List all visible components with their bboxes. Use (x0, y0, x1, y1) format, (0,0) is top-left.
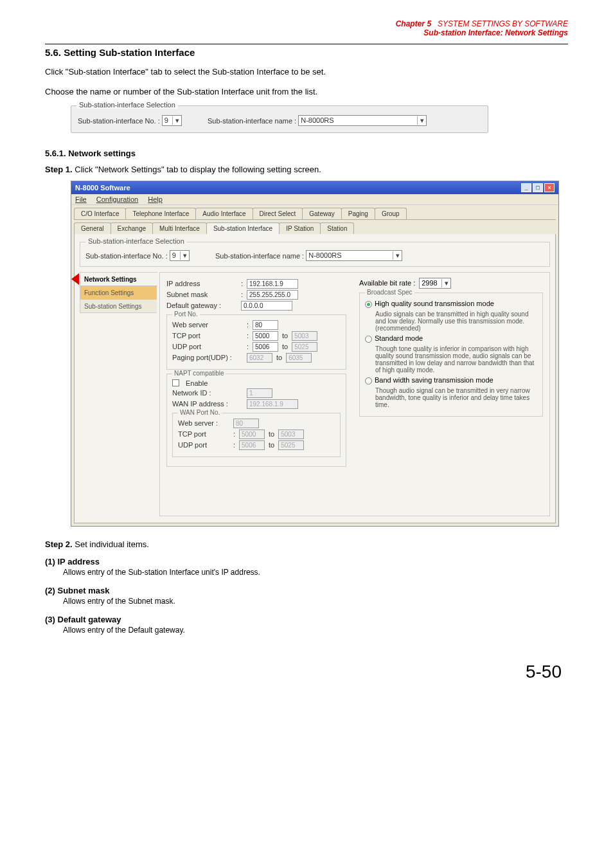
to-label: to (269, 441, 274, 449)
wanip-input: 192.168.1.9 (247, 399, 298, 409)
item-1-head: (1) IP address (45, 557, 568, 566)
chevron-down-icon: ▾ (180, 251, 187, 260)
port-legend: Port No. (172, 311, 200, 318)
step-2-label: Step 2. (45, 539, 73, 549)
header-title-2: Sub-station Interface: Network Settings (423, 28, 568, 37)
r1-desc: Audio signals can be transmitted in high… (375, 311, 537, 332)
subsection-title: 5.6.1. Network settings (45, 149, 568, 158)
gw-label: Default gateway : (166, 302, 237, 309)
tab-telephone[interactable]: Telephone Interface (125, 208, 196, 219)
ip-input[interactable]: 192.168.1.9 (247, 279, 298, 289)
menu-config[interactable]: Configuration (96, 195, 138, 203)
inner-name-value: N-8000RS (308, 251, 389, 259)
mask-label: Subnet mask (166, 291, 237, 298)
tab-group[interactable]: Group (375, 208, 407, 219)
inner-name-label: Sub-station-interface name : (215, 251, 304, 259)
tab-audio[interactable]: Audio Interface (195, 208, 253, 219)
napt-legend: NAPT compatible (172, 370, 226, 377)
minimize-button[interactable]: _ (521, 183, 531, 192)
inner-name-combobox[interactable]: N-8000RS ▾ (306, 250, 402, 261)
close-button[interactable]: × (544, 183, 555, 192)
udp-from-input[interactable]: 5006 (253, 342, 278, 352)
side-tab-network[interactable]: Network Settings (80, 272, 157, 286)
radio-standard[interactable] (365, 336, 372, 343)
w-udp-from-input: 5006 (239, 440, 265, 450)
chevron-down-icon: ▾ (417, 116, 424, 125)
mask-input[interactable]: 255.255.255.0 (247, 290, 298, 300)
r2-label: Standard mode (375, 334, 423, 343)
substation-selection-box: Sub-station-interface Selection Sub-stat… (71, 105, 488, 133)
tcp-from-input[interactable]: 5000 (253, 331, 278, 341)
side-content: IP address: 192.168.1.9 Subnet mask: 255… (159, 272, 550, 516)
titlebar: N-8000 Software _ □ × (71, 181, 558, 194)
avail-value: 2998 (422, 279, 437, 287)
tab-content-panel: Sub-station-interface Selection Sub-stat… (74, 234, 556, 523)
wanport-group: WAN Port No. Web server : 80 TCP port: 5… (172, 413, 341, 457)
r2-desc: Though tone quality is inferior in compa… (375, 345, 537, 374)
tab-paging[interactable]: Paging (341, 208, 375, 219)
step-1-text: Click "Network Settings" tab to display … (75, 165, 321, 174)
web-label: Web server (172, 321, 243, 329)
step-1-label: Step 1. (45, 165, 73, 174)
wanport-legend: WAN Port No. (178, 409, 222, 416)
name-value: N-8000RS (301, 116, 413, 124)
tab-substation[interactable]: Sub-station Interface (206, 222, 280, 234)
no-combobox[interactable]: 9 ▾ (162, 115, 182, 126)
wanip-label: WAN IP address : (172, 400, 243, 408)
w-tcp-from-input: 5000 (239, 429, 265, 439)
menu-help[interactable]: Help (148, 195, 163, 203)
port-group: Port No. Web server: 80 TCP port: 5000 t… (166, 314, 346, 370)
enable-checkbox[interactable] (172, 379, 179, 386)
udp-to-input: 5025 (292, 342, 317, 352)
tab-gateway[interactable]: Gateway (302, 208, 341, 219)
to-label: to (276, 354, 282, 361)
item-2-head: (2) Subnet mask (45, 586, 568, 595)
tab-co[interactable]: C/O Interface (74, 208, 126, 219)
to-label: to (269, 430, 274, 438)
gw-input[interactable]: 0.0.0.0 (241, 301, 292, 311)
pg-to-input: 6035 (286, 353, 312, 363)
w-web-label: Web server : (178, 419, 229, 427)
page-number: 5-50 (45, 662, 568, 682)
web-input[interactable]: 80 (253, 320, 278, 330)
chevron-down-icon: ▾ (172, 116, 179, 125)
tab-station[interactable]: Station (320, 222, 354, 234)
right-col: Available bit rate : 2998 ▾ Broadcast Sp… (359, 278, 543, 511)
menu-file[interactable]: File (75, 195, 87, 203)
r3-desc: Though audio signal can be transmitted i… (375, 387, 537, 408)
name-label: Sub-station-interface name : (208, 116, 296, 124)
step-2-line: Step 2. Set individual items. (45, 539, 568, 549)
inner-selection-legend: Sub-station-interface Selection (85, 237, 187, 245)
step-1-line: Step 1. Click "Network Settings" tab to … (45, 165, 568, 174)
w-tcp-label: TCP port (178, 430, 229, 438)
side-tabs: Network Settings Function Settings Sub-s… (80, 272, 157, 516)
maximize-button[interactable]: □ (533, 183, 543, 192)
inner-no-combobox[interactable]: 9 ▾ (170, 250, 190, 261)
broadcast-legend: Broadcast Spec (365, 289, 414, 296)
tab-row-1: C/O Interface Telephone Interface Audio … (74, 208, 556, 220)
tab-exchange[interactable]: Exchange (111, 222, 153, 234)
r3-label: Band width saving transmission mode (375, 376, 493, 384)
header-title-1: SYSTEM SETTINGS BY SOFTWARE (438, 19, 568, 28)
broadcast-group: Broadcast Spec High quality sound transm… (359, 293, 543, 417)
name-combobox[interactable]: N-8000RS ▾ (298, 115, 427, 126)
to-label: to (282, 343, 288, 350)
tcp-label: TCP port (172, 332, 243, 339)
item-3-head: (3) Default gateway (45, 615, 568, 624)
w-udp-label: UDP port (178, 441, 229, 449)
tab-multi[interactable]: Multi Interface (152, 222, 207, 234)
radio-bandwidth[interactable] (365, 377, 372, 384)
tab-general[interactable]: General (74, 222, 111, 234)
tab-ipstation[interactable]: IP Station (279, 222, 321, 234)
tab-direct[interactable]: Direct Select (253, 208, 303, 219)
w-web-input: 80 (233, 419, 259, 428)
step-2-text: Set individual items. (75, 539, 149, 549)
paragraph-1: Click "Sub-station Interface" tab to sel… (45, 66, 568, 79)
radio-high-quality[interactable] (365, 301, 372, 308)
avail-combobox[interactable]: 2998 ▾ (419, 278, 450, 289)
left-form-col: IP address: 192.168.1.9 Subnet mask: 255… (166, 278, 346, 511)
w-udp-to-input: 5025 (278, 440, 304, 450)
side-tab-function[interactable]: Function Settings (80, 285, 157, 300)
side-tab-substation[interactable]: Sub-station Settings (80, 299, 157, 313)
netid-label: Network ID : (172, 389, 243, 397)
